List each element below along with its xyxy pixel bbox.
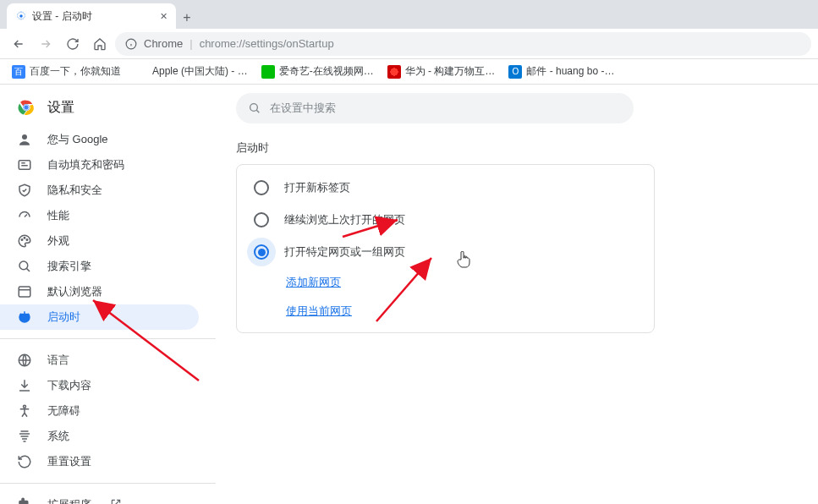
- sidebar-item-shield[interactable]: 隐私和安全: [0, 178, 199, 203]
- sidebar-item-label: 搜索引擎: [47, 259, 91, 274]
- radio-specific-pages[interactable]: 打开特定网页或一组网页: [237, 236, 654, 268]
- download-icon: [17, 378, 32, 393]
- bookmark-item[interactable]: Apple (中国大陆) - …: [129, 61, 253, 82]
- sidebar-item-label: 您与 Google: [47, 132, 108, 147]
- sidebar-item-label: 扩展程序: [47, 497, 91, 504]
- sidebar-item-person[interactable]: 您与 Google: [0, 127, 199, 152]
- bookmark-bar: 百百度一下，你就知道 Apple (中国大陆) - … 爱奇艺-在线视频网… 华…: [0, 59, 818, 85]
- reload-button[interactable]: [61, 32, 85, 56]
- reset-icon: [17, 454, 32, 469]
- svg-point-9: [26, 239, 28, 241]
- svg-point-7: [21, 239, 23, 241]
- speed-icon: [17, 208, 32, 223]
- svg-point-13: [24, 405, 26, 408]
- search-icon: [17, 259, 32, 274]
- sidebar-item-search[interactable]: 搜索引擎: [0, 254, 199, 279]
- sidebar-divider: [0, 338, 216, 339]
- sidebar-item-label: 外观: [47, 233, 69, 249]
- sidebar-item-label: 重置设置: [47, 454, 91, 469]
- browser-toolbar: Chrome | chrome://settings/onStartup: [0, 29, 818, 59]
- favicon-icon: 百: [12, 65, 25, 79]
- bookmark-item[interactable]: O邮件 - huang bo -…: [503, 61, 619, 82]
- svg-point-8: [24, 238, 25, 239]
- search-icon: [248, 101, 261, 115]
- apple-icon: [135, 65, 148, 79]
- svg-point-5: [22, 134, 27, 140]
- sidebar-item-system[interactable]: 系统: [0, 424, 199, 449]
- radio-icon: [254, 180, 269, 195]
- svg-point-0: [19, 14, 23, 18]
- svg-point-10: [19, 261, 28, 270]
- globe-icon: [17, 353, 32, 368]
- sidebar-divider: [0, 483, 216, 484]
- settings-search[interactable]: 在设置中搜索: [236, 93, 634, 123]
- gear-icon: [15, 10, 27, 22]
- address-protocol: Chrome: [144, 37, 183, 50]
- add-new-page-row: 添加新网页: [237, 268, 654, 297]
- svg-rect-11: [19, 287, 30, 297]
- radio-new-tab[interactable]: 打开新标签页: [237, 172, 654, 204]
- svg-point-4: [24, 105, 29, 110]
- shield-icon: [17, 183, 32, 198]
- sidebar-item-label: 性能: [47, 208, 69, 223]
- huawei-icon: [387, 65, 401, 79]
- home-button[interactable]: [88, 32, 112, 56]
- info-icon: [125, 38, 137, 50]
- sidebar-item-accessibility[interactable]: 无障碍: [0, 398, 199, 424]
- system-icon: [17, 429, 32, 444]
- add-new-page-link[interactable]: 添加新网页: [286, 276, 341, 288]
- sidebar-item-globe[interactable]: 语言: [0, 348, 199, 373]
- address-bar[interactable]: Chrome | chrome://settings/onStartup: [115, 32, 811, 56]
- bookmark-item[interactable]: 华为 - 构建万物互…: [382, 61, 501, 82]
- use-current-link[interactable]: 使用当前网页: [286, 304, 352, 317]
- autofill-icon: [17, 157, 32, 173]
- sidebar-item-label: 语言: [47, 353, 69, 368]
- palette-icon: [17, 233, 32, 249]
- sidebar-item-label: 默认浏览器: [47, 284, 102, 299]
- close-tab-icon[interactable]: ✕: [160, 11, 167, 22]
- sidebar-item-power[interactable]: 启动时: [0, 304, 199, 330]
- chrome-logo-icon: [17, 98, 36, 117]
- address-path: chrome://settings/onStartup: [200, 37, 334, 50]
- settings-sidebar: 设置 您与 Google自动填充和密码隐私和安全性能外观搜索引擎默认浏览器启动时…: [0, 85, 216, 504]
- radio-icon: [254, 244, 269, 260]
- accessibility-icon: [17, 403, 32, 419]
- radio-icon: [254, 212, 269, 227]
- radio-continue[interactable]: 继续浏览上次打开的网页: [237, 204, 654, 236]
- bookmark-item[interactable]: 爱奇艺-在线视频网…: [256, 61, 379, 82]
- external-link-icon: [110, 498, 122, 505]
- outlook-icon: O: [508, 65, 522, 79]
- sidebar-item-autofill[interactable]: 自动填充和密码: [0, 152, 199, 178]
- sidebar-item-label: 启动时: [47, 310, 80, 325]
- sidebar-item-label: 无障碍: [47, 403, 80, 419]
- browser-tab[interactable]: 设置 - 启动时 ✕: [7, 3, 176, 29]
- extension-icon: [17, 497, 32, 504]
- bookmark-item[interactable]: 百百度一下，你就知道: [7, 61, 126, 82]
- use-current-row: 使用当前网页: [237, 297, 654, 326]
- person-icon: [17, 132, 32, 147]
- sidebar-title: 设置: [47, 99, 74, 117]
- sidebar-item-reset[interactable]: 重置设置: [0, 449, 199, 474]
- section-title: 启动时: [236, 140, 798, 156]
- power-icon: [17, 310, 32, 325]
- startup-card: 打开新标签页 继续浏览上次打开的网页 打开特定网页或一组网页 添加新网页 使用当…: [236, 164, 655, 333]
- search-placeholder: 在设置中搜索: [270, 101, 336, 116]
- sidebar-item-label: 自动填充和密码: [47, 157, 124, 173]
- sidebar-item-label: 隐私和安全: [47, 183, 102, 198]
- svg-point-16: [250, 104, 258, 112]
- tab-strip: 设置 - 启动时 ✕ +: [0, 0, 818, 29]
- browser-icon: [17, 284, 32, 299]
- sidebar-item-browser[interactable]: 默认浏览器: [0, 279, 199, 304]
- favicon-icon: [261, 65, 275, 79]
- sidebar-item-extension[interactable]: 扩展程序: [0, 492, 199, 504]
- new-tab-button[interactable]: +: [176, 7, 198, 29]
- forward-button[interactable]: [34, 32, 58, 56]
- back-button[interactable]: [7, 32, 30, 56]
- sidebar-item-label: 系统: [47, 429, 69, 444]
- sidebar-item-palette[interactable]: 外观: [0, 228, 199, 254]
- settings-main: 在设置中搜索 启动时 打开新标签页 继续浏览上次打开的网页 打开特定网页或一组网…: [216, 85, 818, 504]
- sidebar-item-download[interactable]: 下载内容: [0, 373, 199, 398]
- sidebar-item-label: 下载内容: [47, 378, 91, 393]
- tab-title: 设置 - 启动时: [32, 9, 92, 24]
- sidebar-item-speed[interactable]: 性能: [0, 203, 199, 228]
